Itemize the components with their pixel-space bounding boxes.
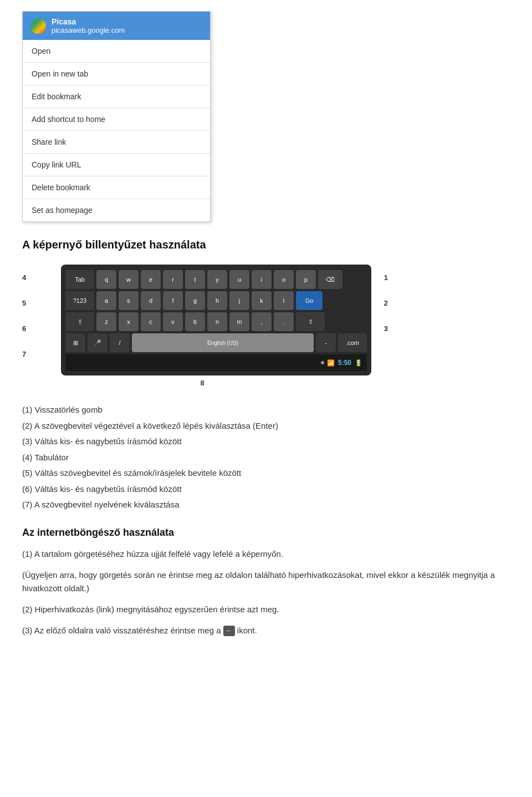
menu-item-open[interactable]: Open xyxy=(23,40,210,63)
key-b: b xyxy=(185,312,205,331)
menu-items-container: OpenOpen in new tabEdit bookmarkAdd shor… xyxy=(23,40,210,221)
keyboard-row-4: ⊞ 🎤 / English (US) - .com xyxy=(65,333,367,352)
back-icon: ← xyxy=(223,626,235,637)
key-e: e xyxy=(141,270,161,289)
key-123: ?123 xyxy=(65,291,94,310)
menu-item-edit-bookmark[interactable]: Edit bookmark xyxy=(23,85,210,108)
keyboard-section-title: A képernyő billentyűzet használata xyxy=(22,238,510,251)
status-icons: ☀ 📶 xyxy=(320,359,335,367)
desc-item: (3) Váltás kis- és nagybetűs írásmód köz… xyxy=(22,435,510,448)
keyboard-body: Tab q w e r t y u i o p ⌫ ?123 a s d f g xyxy=(39,265,366,387)
left-labels: 4 5 6 7 xyxy=(22,265,26,364)
browser-item-3: (2) Hiperhivatkozás (link) megnyitásához… xyxy=(22,603,510,616)
picasa-icon xyxy=(30,18,46,34)
key-comma: , xyxy=(252,312,272,331)
key-p: p xyxy=(296,270,316,289)
keyboard-row-1: Tab q w e r t y u i o p ⌫ xyxy=(65,270,367,289)
label-2: 2 xyxy=(384,292,388,313)
key-shift-left: ⇧ xyxy=(65,312,94,331)
label-1: 1 xyxy=(384,267,388,288)
browser-item-1: (1) A tartalom görgetéséhez húzza ujját … xyxy=(22,547,510,561)
label-5: 5 xyxy=(22,292,26,313)
status-time: 5:50 xyxy=(338,359,351,367)
menu-item-set-homepage[interactable]: Set as homepage xyxy=(23,199,210,221)
key-v: v xyxy=(163,312,183,331)
keyboard-diagram: 4 5 6 7 Tab q w e r t y u i o p ⌫ xyxy=(22,265,388,387)
key-g: g xyxy=(185,291,205,310)
key-r: r xyxy=(163,270,183,289)
context-menu: Picasa picasaweb.google.com OpenOpen in … xyxy=(22,11,211,222)
battery-icon: 🔋 xyxy=(355,359,362,367)
key-d: d xyxy=(141,291,161,310)
app-url: picasaweb.google.com xyxy=(52,26,125,34)
keyboard-outer: Tab q w e r t y u i o p ⌫ ?123 a s d f g xyxy=(61,265,371,375)
desc-item: (6) Váltás kis- és nagybetűs írásmód köz… xyxy=(22,483,510,496)
key-y: y xyxy=(207,270,227,289)
key-period: . xyxy=(274,312,294,331)
desc-item: (5) Váltás szövegbevitel és számok/írásj… xyxy=(22,467,510,480)
right-labels: 1 2 3 xyxy=(384,267,388,339)
menu-item-add-shortcut[interactable]: Add shortcut to home xyxy=(23,108,210,131)
browser-item-4: (3) Az előző oldalra való visszatéréshez… xyxy=(22,624,510,637)
keyboard-row-3: ⇧ z x c v b n m , . ⇧ xyxy=(65,312,367,331)
desc-item: (1) Visszatörlés gomb xyxy=(22,404,510,417)
key-slash: / xyxy=(110,333,130,352)
label-4: 4 xyxy=(22,267,26,288)
label-8: 8 xyxy=(39,379,366,387)
key-u: u xyxy=(229,270,249,289)
key-t: t xyxy=(185,270,205,289)
key-l: l xyxy=(274,291,294,310)
key-z: z xyxy=(96,312,116,331)
browser-item-2: (Ügyeljen arra, hogy görgetés során ne é… xyxy=(22,568,510,595)
key-a: a xyxy=(96,291,116,310)
label-7: 7 xyxy=(22,343,26,364)
label-6: 6 xyxy=(22,318,26,339)
menu-item-open-new-tab[interactable]: Open in new tab xyxy=(23,63,210,85)
key-n: n xyxy=(207,312,227,331)
key-m: m xyxy=(229,312,249,331)
key-mic: 🎤 xyxy=(88,333,108,352)
key-h: h xyxy=(207,291,227,310)
browser-descriptions: (1) A tartalom görgetéséhez húzza ujját … xyxy=(22,547,510,637)
key-q: q xyxy=(96,270,116,289)
key-go: Go xyxy=(296,291,323,310)
key-spacebar: English (US) xyxy=(132,333,314,352)
menu-item-copy-link-url[interactable]: Copy link URL xyxy=(23,154,210,176)
key-backspace: ⌫ xyxy=(318,270,342,289)
key-i: i xyxy=(252,270,272,289)
key-s: s xyxy=(119,291,139,310)
key-k: k xyxy=(252,291,272,310)
desc-item: (2) A szövegbevitel végeztével a követke… xyxy=(22,420,510,433)
browser-section-title: Az internetböngésző használata xyxy=(22,527,510,539)
key-tab: Tab xyxy=(65,270,94,289)
menu-item-share-link[interactable]: Share link xyxy=(23,131,210,154)
desc-item: (7) A szövegbevitel nyelvének kiválasztá… xyxy=(22,499,510,511)
status-bar: ☀ 📶 5:50 🔋 xyxy=(65,354,367,371)
key-o: o xyxy=(274,270,294,289)
context-menu-header: Picasa picasaweb.google.com xyxy=(23,12,210,40)
menu-item-delete-bookmark[interactable]: Delete bookmark xyxy=(23,176,210,199)
label-3: 3 xyxy=(384,318,388,339)
key-w: w xyxy=(119,270,139,289)
key-x: x xyxy=(119,312,139,331)
key-shift-right: ⇧ xyxy=(296,312,325,331)
key-emoji: ⊞ xyxy=(65,333,85,352)
keyboard-descriptions: (1) Visszatörlés gomb(2) A szövegbevitel… xyxy=(22,404,510,511)
key-dash: - xyxy=(316,333,336,352)
keyboard-row-2: ?123 a s d f g h j k l Go xyxy=(65,291,367,310)
key-dotcom: .com xyxy=(338,333,367,352)
app-name: Picasa xyxy=(52,17,125,26)
key-c: c xyxy=(141,312,161,331)
key-j: j xyxy=(229,291,249,310)
desc-item: (4) Tabulátor xyxy=(22,451,510,464)
key-f: f xyxy=(163,291,183,310)
